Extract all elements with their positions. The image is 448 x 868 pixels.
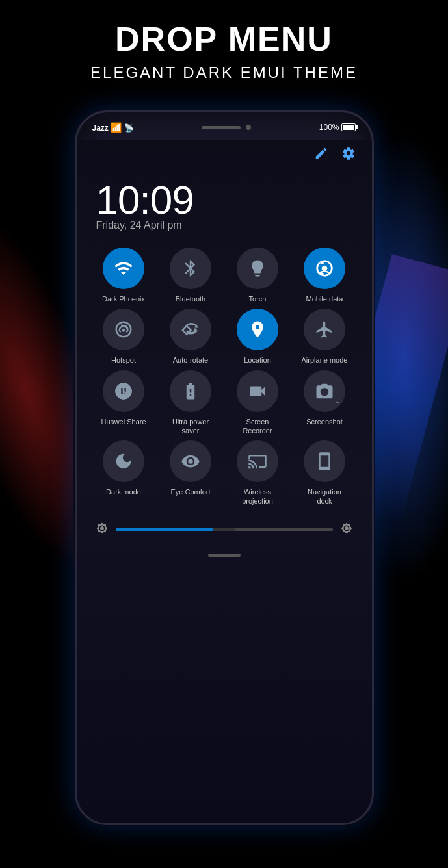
tile-eye-comfort[interactable]: Eye Comfort bbox=[160, 440, 222, 506]
time-display: 10:09 Friday, 24 April pm bbox=[90, 170, 359, 235]
tile-location[interactable]: Location bbox=[227, 309, 289, 364]
top-actions bbox=[90, 140, 359, 170]
status-bar: Jazz 📶 📡 100% bbox=[77, 112, 372, 140]
tile-mobile-data[interactable]: Mobile data bbox=[294, 248, 356, 303]
battery-fill bbox=[343, 125, 354, 130]
notch-dot bbox=[246, 125, 251, 130]
tile-dark-mode[interactable]: Dark mode bbox=[93, 440, 155, 506]
notch bbox=[202, 125, 251, 130]
tile-navigation-dock[interactable]: Navigation dock bbox=[294, 440, 356, 506]
tile-airplane[interactable]: Airplane mode bbox=[294, 309, 356, 364]
home-bar bbox=[208, 554, 241, 557]
dark-mode-icon bbox=[103, 440, 144, 482]
tile-wifi-label: Dark Phoenix bbox=[102, 294, 145, 303]
tile-torch[interactable]: Torch bbox=[227, 248, 289, 303]
page-title: DROP MENU bbox=[0, 19, 448, 58]
tile-auto-rotate[interactable]: Auto-rotate bbox=[160, 309, 222, 364]
settings-icon[interactable] bbox=[341, 146, 356, 164]
tile-screen-recorder[interactable]: Screen Recorder bbox=[227, 370, 289, 436]
auto-rotate-icon bbox=[170, 309, 211, 350]
mobile-data-icon bbox=[304, 248, 345, 289]
tile-wireless-projection-label: Wireless projection bbox=[233, 487, 282, 506]
battery-percent: 100% bbox=[319, 123, 339, 132]
torch-icon bbox=[237, 248, 278, 289]
brightness-control[interactable] bbox=[90, 513, 359, 544]
phone-frame: Jazz 📶 📡 100% bbox=[75, 110, 374, 825]
tile-hotspot[interactable]: Hotspot bbox=[93, 309, 155, 364]
navigation-dock-icon bbox=[304, 440, 345, 482]
tile-ultra-power-label: Ultra power saver bbox=[166, 417, 215, 436]
tile-auto-rotate-label: Auto-rotate bbox=[173, 355, 208, 364]
tile-location-label: Location bbox=[244, 355, 271, 364]
notch-bar bbox=[202, 126, 241, 129]
brightness-fill bbox=[116, 528, 213, 531]
quick-settings-grid: Dark Phoenix Bluetooth Torch bbox=[90, 235, 359, 513]
airplane-icon bbox=[304, 309, 345, 350]
screenshot-icon: ✂ bbox=[304, 370, 345, 412]
location-icon bbox=[237, 309, 278, 350]
tile-wireless-projection[interactable]: Wireless projection bbox=[227, 440, 289, 506]
carrier-text: Jazz 📶 📡 bbox=[92, 122, 134, 133]
wifi-icon bbox=[103, 248, 144, 289]
tile-eye-comfort-label: Eye Comfort bbox=[170, 487, 210, 496]
tile-airplane-label: Airplane mode bbox=[302, 355, 348, 364]
tile-screenshot-label: Screenshot bbox=[306, 417, 343, 426]
battery-status: 100% bbox=[319, 123, 356, 132]
tile-bluetooth-label: Bluetooth bbox=[176, 294, 205, 303]
tile-screenshot[interactable]: ✂ Screenshot bbox=[294, 370, 356, 436]
battery-icon bbox=[341, 123, 356, 131]
tile-ultra-power[interactable]: Ultra power saver bbox=[160, 370, 222, 436]
brightness-fill-right bbox=[235, 528, 332, 531]
tile-bluetooth[interactable]: Bluetooth bbox=[160, 248, 222, 303]
ultra-power-icon bbox=[170, 370, 211, 412]
eye-comfort-icon bbox=[170, 440, 211, 482]
clock-date: Friday, 24 April pm bbox=[96, 220, 352, 231]
phone-inner: 10:09 Friday, 24 April pm Dark Phoenix B… bbox=[77, 140, 372, 823]
tile-mobile-data-label: Mobile data bbox=[306, 294, 343, 303]
huawei-share-icon bbox=[103, 370, 144, 412]
tile-wifi[interactable]: Dark Phoenix bbox=[93, 248, 155, 303]
tile-dark-mode-label: Dark mode bbox=[106, 487, 141, 496]
brightness-low-icon bbox=[96, 522, 108, 537]
home-indicator[interactable] bbox=[90, 544, 359, 562]
bluetooth-icon bbox=[170, 248, 211, 289]
brightness-high-icon bbox=[341, 522, 352, 537]
edit-icon[interactable] bbox=[314, 146, 328, 164]
page-subtitle: ELEGANT DARK EMUI THEME bbox=[0, 64, 448, 82]
header-section: DROP MENU ELEGANT DARK EMUI THEME bbox=[0, 19, 448, 82]
tile-huawei-share-label: Huawei Share bbox=[101, 417, 146, 426]
hotspot-icon bbox=[103, 309, 144, 350]
tile-screen-recorder-label: Screen Recorder bbox=[233, 417, 282, 436]
tile-torch-label: Torch bbox=[249, 294, 267, 303]
tile-huawei-share[interactable]: Huawei Share bbox=[93, 370, 155, 436]
wireless-projection-icon bbox=[237, 440, 278, 482]
brightness-bar[interactable] bbox=[116, 528, 333, 531]
tile-hotspot-label: Hotspot bbox=[111, 355, 136, 364]
screen-recorder-icon bbox=[237, 370, 278, 412]
tile-navigation-dock-label: Navigation dock bbox=[300, 487, 349, 506]
clock-time: 10:09 bbox=[96, 177, 352, 223]
